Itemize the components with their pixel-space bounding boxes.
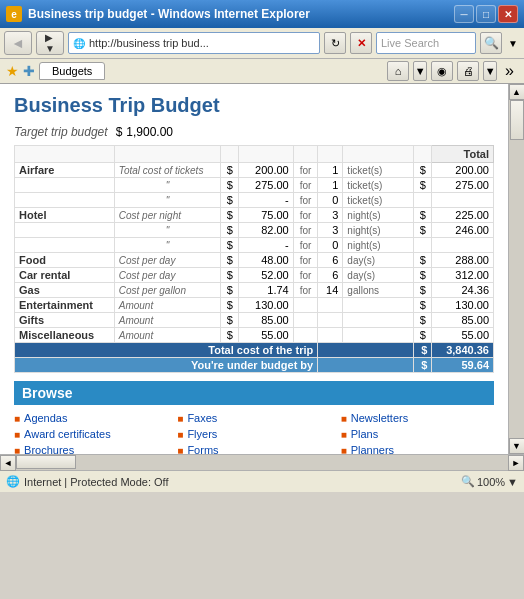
dollar1-cell: $	[221, 163, 239, 178]
browse-link-item[interactable]: ■Plans	[341, 427, 494, 441]
browse-link-item[interactable]: ■Newsletters	[341, 411, 494, 425]
table-row: EntertainmentAmount$130.00$130.00	[15, 298, 494, 313]
favorites-star-icon[interactable]: ★	[6, 63, 19, 79]
category-cell	[15, 238, 115, 253]
sub-label-cell: Amount	[114, 328, 221, 343]
close-button[interactable]: ✕	[498, 5, 518, 23]
address-icon: 🌐	[73, 38, 85, 49]
target-label: Target trip budget	[14, 125, 108, 139]
minimize-button[interactable]: ─	[454, 5, 474, 23]
maximize-button[interactable]: □	[476, 5, 496, 23]
vertical-scrollbar[interactable]: ▲ ▼	[508, 84, 524, 454]
category-cell	[15, 193, 115, 208]
browse-link-item[interactable]: ■Agendas	[14, 411, 167, 425]
browse-link-item[interactable]: ■Flyers	[177, 427, 330, 441]
for-cell	[293, 328, 317, 343]
search-options-button[interactable]: ▼	[506, 32, 520, 54]
unit-cell: ticket(s)	[343, 178, 414, 193]
qty-cell: 1	[318, 178, 343, 193]
h-scroll-track[interactable]	[16, 455, 508, 470]
qty-cell	[318, 298, 343, 313]
scroll-thumb[interactable]	[510, 100, 524, 140]
zoom-control[interactable]: 🔍 100% ▼	[461, 475, 518, 488]
table-row: MiscellaneousAmount$55.00$55.00	[15, 328, 494, 343]
home-dropdown-arrow[interactable]: ▼	[413, 61, 427, 81]
sub-label-cell: Amount	[114, 298, 221, 313]
total-header: Total	[432, 146, 494, 163]
feeds-button[interactable]: ◉	[431, 61, 453, 81]
dollar1-cell: $	[221, 328, 239, 343]
horizontal-scrollbar[interactable]: ◄ ►	[0, 454, 524, 470]
for-cell: for	[293, 193, 317, 208]
dollar2-cell: $	[414, 298, 432, 313]
browse-header: Browse	[14, 381, 494, 405]
for-cell: for	[293, 208, 317, 223]
category-cell: Airfare	[15, 163, 115, 178]
browse-link-item[interactable]: ■Forms	[177, 443, 330, 454]
add-favorites-icon[interactable]: ✚	[23, 63, 35, 79]
category-cell: Miscellaneous	[15, 328, 115, 343]
dollar2-cell: $	[414, 163, 432, 178]
link-bullet-icon: ■	[177, 413, 183, 424]
amount-cell: 75.00	[239, 208, 293, 223]
browse-link-item[interactable]: ■Brochures	[14, 443, 167, 454]
sub-label-cell: Total cost of tickets	[114, 163, 221, 178]
unit-cell: night(s)	[343, 238, 414, 253]
status-bar: 🌐 Internet | Protected Mode: Off 🔍 100% …	[0, 470, 524, 492]
category-cell: Car rental	[15, 268, 115, 283]
for-cell: for	[293, 178, 317, 193]
home-dropdown[interactable]: ▼	[413, 61, 427, 81]
total-cell: 85.00	[432, 313, 494, 328]
favorites-bar: ★ ✚ Budgets ⌂ ▼ ◉ 🖨 ▼ »	[0, 59, 524, 83]
browse-link-label: Brochures	[24, 444, 74, 454]
amount-cell: 52.00	[239, 268, 293, 283]
print-button[interactable]: 🖨	[457, 61, 479, 81]
category-cell	[15, 223, 115, 238]
dollar2-cell: $	[414, 223, 432, 238]
address-bar[interactable]: 🌐 http://business trip bud...	[68, 32, 320, 54]
status-zone: 🌐 Internet | Protected Mode: Off	[6, 475, 169, 488]
browse-links: ■Agendas■Faxes■Newsletters■Award certifi…	[14, 411, 494, 454]
favorites-tab-budgets[interactable]: Budgets	[39, 62, 105, 80]
sub-label-cell: Cost per day	[114, 268, 221, 283]
zone-label: Internet | Protected Mode: Off	[24, 476, 169, 488]
h-scroll-thumb[interactable]	[16, 455, 76, 469]
qty-cell: 6	[318, 253, 343, 268]
tools-expand-button[interactable]: »	[501, 62, 518, 80]
dollar1-cell: $	[221, 268, 239, 283]
table-row: "$275.00for1ticket(s)$275.00	[15, 178, 494, 193]
link-bullet-icon: ■	[177, 429, 183, 440]
link-bullet-icon: ■	[14, 429, 20, 440]
scroll-down-button[interactable]: ▼	[509, 438, 525, 454]
dollar1-cell: $	[221, 283, 239, 298]
dollar2-cell: $	[414, 283, 432, 298]
dollar1-cell: $	[221, 238, 239, 253]
browse-link-label: Agendas	[24, 412, 67, 424]
amount-cell: 48.00	[239, 253, 293, 268]
print-dropdown[interactable]: ▼	[483, 61, 497, 81]
scroll-right-button[interactable]: ►	[508, 455, 524, 471]
scroll-left-button[interactable]: ◄	[0, 455, 16, 471]
stop-button[interactable]: ✕	[350, 32, 372, 54]
search-button[interactable]: 🔍	[480, 32, 502, 54]
home-button[interactable]: ⌂	[387, 61, 409, 81]
back-button[interactable]: ◄	[4, 31, 32, 55]
browse-link-item[interactable]: ■Award certificates	[14, 427, 167, 441]
ie-icon: e	[6, 6, 22, 22]
zoom-dropdown-icon: ▼	[507, 476, 518, 488]
print-dropdown-arrow[interactable]: ▼	[483, 61, 497, 81]
search-input[interactable]: Live Search	[376, 32, 476, 54]
page-content: Business Trip Budget Target trip budget …	[0, 84, 508, 454]
browser-content: Business Trip Budget Target trip budget …	[0, 84, 524, 454]
browse-link-item[interactable]: ■Faxes	[177, 411, 330, 425]
scroll-track[interactable]	[509, 100, 524, 438]
browse-link-label: Forms	[187, 444, 218, 454]
category-cell: Gas	[15, 283, 115, 298]
browse-link-item[interactable]: ■Planners	[341, 443, 494, 454]
forward-button[interactable]: ▶▼	[36, 31, 64, 55]
for-cell: for	[293, 283, 317, 298]
refresh-button[interactable]: ↻	[324, 32, 346, 54]
total-cell: 312.00	[432, 268, 494, 283]
scroll-up-button[interactable]: ▲	[509, 84, 525, 100]
browse-link-label: Newsletters	[351, 412, 408, 424]
